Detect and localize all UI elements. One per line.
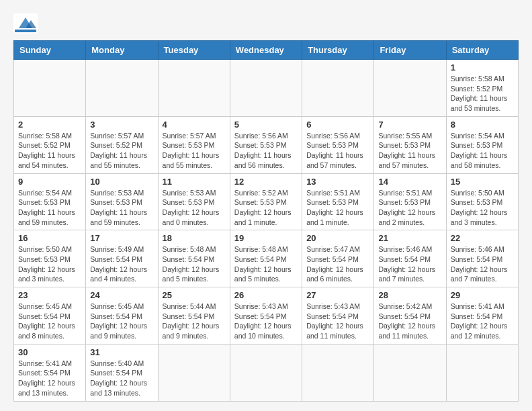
calendar-cell: 4Sunrise: 5:57 AM Sunset: 5:53 PM Daylig… (158, 116, 230, 173)
day-info: Sunrise: 5:53 AM Sunset: 5:53 PM Dayligh… (90, 188, 153, 228)
day-info: Sunrise: 5:54 AM Sunset: 5:53 PM Dayligh… (451, 131, 514, 171)
day-number: 20 (306, 233, 369, 243)
calendar-cell: 8Sunrise: 5:54 AM Sunset: 5:53 PM Daylig… (446, 116, 518, 173)
calendar-cell: 2Sunrise: 5:58 AM Sunset: 5:52 PM Daylig… (14, 116, 86, 173)
day-number: 8 (451, 120, 514, 130)
day-number: 13 (306, 177, 369, 187)
day-number: 15 (451, 177, 514, 187)
day-number: 28 (378, 290, 441, 300)
weekday-header-wednesday: Wednesday (230, 41, 302, 60)
calendar-cell: 5Sunrise: 5:56 AM Sunset: 5:53 PM Daylig… (230, 116, 302, 173)
header (13, 13, 519, 34)
day-info: Sunrise: 5:48 AM Sunset: 5:54 PM Dayligh… (234, 244, 298, 284)
calendar-cell: 11Sunrise: 5:53 AM Sunset: 5:53 PM Dayli… (158, 173, 230, 230)
day-info: Sunrise: 5:48 AM Sunset: 5:54 PM Dayligh… (163, 244, 226, 284)
calendar-cell: 16Sunrise: 5:50 AM Sunset: 5:53 PM Dayli… (14, 230, 86, 287)
day-info: Sunrise: 5:56 AM Sunset: 5:53 PM Dayligh… (234, 131, 298, 171)
calendar-cell (158, 60, 230, 117)
calendar-cell: 10Sunrise: 5:53 AM Sunset: 5:53 PM Dayli… (86, 173, 158, 230)
day-info: Sunrise: 5:47 AM Sunset: 5:54 PM Dayligh… (306, 244, 369, 284)
day-info: Sunrise: 5:58 AM Sunset: 5:52 PM Dayligh… (18, 131, 81, 171)
calendar-cell (230, 344, 302, 401)
day-number: 6 (306, 120, 369, 130)
calendar-cell: 29Sunrise: 5:41 AM Sunset: 5:54 PM Dayli… (446, 287, 518, 345)
day-number: 25 (163, 290, 226, 300)
day-info: Sunrise: 5:45 AM Sunset: 5:54 PM Dayligh… (90, 302, 153, 341)
calendar-cell: 25Sunrise: 5:44 AM Sunset: 5:54 PM Dayli… (158, 287, 230, 345)
day-number: 17 (90, 233, 153, 243)
day-info: Sunrise: 5:44 AM Sunset: 5:54 PM Dayligh… (163, 302, 226, 341)
day-number: 31 (90, 347, 153, 357)
day-number: 7 (378, 120, 441, 130)
calendar-week-3: 9Sunrise: 5:54 AM Sunset: 5:53 PM Daylig… (14, 173, 519, 230)
day-info: Sunrise: 5:51 AM Sunset: 5:53 PM Dayligh… (306, 188, 369, 228)
calendar-cell (302, 344, 374, 401)
calendar-cell: 23Sunrise: 5:45 AM Sunset: 5:54 PM Dayli… (14, 287, 86, 345)
calendar-cell (14, 60, 86, 117)
calendar-cell (158, 344, 230, 401)
day-info: Sunrise: 5:53 AM Sunset: 5:53 PM Dayligh… (163, 188, 226, 228)
calendar-cell: 22Sunrise: 5:46 AM Sunset: 5:54 PM Dayli… (446, 230, 518, 287)
calendar-cell: 15Sunrise: 5:50 AM Sunset: 5:53 PM Dayli… (446, 173, 518, 230)
calendar-cell: 31Sunrise: 5:40 AM Sunset: 5:54 PM Dayli… (86, 344, 158, 401)
day-number: 16 (18, 233, 81, 243)
day-info: Sunrise: 5:46 AM Sunset: 5:54 PM Dayligh… (378, 244, 441, 284)
calendar-cell: 3Sunrise: 5:57 AM Sunset: 5:52 PM Daylig… (86, 116, 158, 173)
calendar-week-5: 23Sunrise: 5:45 AM Sunset: 5:54 PM Dayli… (14, 287, 519, 345)
day-info: Sunrise: 5:42 AM Sunset: 5:54 PM Dayligh… (378, 302, 441, 341)
weekday-header-saturday: Saturday (446, 41, 518, 60)
day-number: 12 (234, 177, 298, 187)
weekday-header-sunday: Sunday (14, 41, 86, 60)
calendar-cell: 28Sunrise: 5:42 AM Sunset: 5:54 PM Dayli… (374, 287, 446, 345)
day-number: 14 (378, 177, 441, 187)
calendar-week-1: 1Sunrise: 5:58 AM Sunset: 5:52 PM Daylig… (14, 60, 519, 117)
day-info: Sunrise: 5:51 AM Sunset: 5:53 PM Dayligh… (378, 188, 441, 228)
day-number: 10 (90, 177, 153, 187)
calendar-cell: 30Sunrise: 5:41 AM Sunset: 5:54 PM Dayli… (14, 344, 86, 401)
calendar-cell (230, 60, 302, 117)
day-number: 27 (306, 290, 369, 300)
calendar-cell: 24Sunrise: 5:45 AM Sunset: 5:54 PM Dayli… (86, 287, 158, 345)
day-number: 5 (234, 120, 298, 130)
calendar-cell: 14Sunrise: 5:51 AM Sunset: 5:53 PM Dayli… (374, 173, 446, 230)
day-number: 2 (18, 120, 81, 130)
day-number: 19 (234, 233, 298, 243)
weekday-header-monday: Monday (86, 41, 158, 60)
day-number: 23 (18, 290, 81, 300)
logo (13, 13, 42, 34)
day-number: 9 (18, 177, 81, 187)
day-number: 11 (163, 177, 226, 187)
day-number: 1 (451, 62, 514, 73)
svg-rect-3 (15, 30, 36, 32)
day-info: Sunrise: 5:57 AM Sunset: 5:52 PM Dayligh… (90, 131, 153, 171)
calendar-cell: 7Sunrise: 5:55 AM Sunset: 5:53 PM Daylig… (374, 116, 446, 173)
calendar-cell: 9Sunrise: 5:54 AM Sunset: 5:53 PM Daylig… (14, 173, 86, 230)
day-number: 3 (90, 120, 153, 130)
day-info: Sunrise: 5:46 AM Sunset: 5:54 PM Dayligh… (451, 244, 514, 284)
day-info: Sunrise: 5:41 AM Sunset: 5:54 PM Dayligh… (451, 302, 514, 341)
day-number: 21 (378, 233, 441, 243)
calendar-cell: 26Sunrise: 5:43 AM Sunset: 5:54 PM Dayli… (230, 287, 302, 345)
calendar-week-4: 16Sunrise: 5:50 AM Sunset: 5:53 PM Dayli… (14, 230, 519, 287)
day-info: Sunrise: 5:50 AM Sunset: 5:53 PM Dayligh… (451, 188, 514, 228)
calendar-cell (374, 60, 446, 117)
calendar-week-6: 30Sunrise: 5:41 AM Sunset: 5:54 PM Dayli… (14, 344, 519, 401)
calendar-cell: 19Sunrise: 5:48 AM Sunset: 5:54 PM Dayli… (230, 230, 302, 287)
weekday-header-row: SundayMondayTuesdayWednesdayThursdayFrid… (14, 41, 519, 60)
calendar-cell (86, 60, 158, 117)
calendar-cell: 12Sunrise: 5:52 AM Sunset: 5:53 PM Dayli… (230, 173, 302, 230)
day-number: 4 (163, 120, 226, 130)
day-info: Sunrise: 5:55 AM Sunset: 5:53 PM Dayligh… (378, 131, 441, 171)
day-info: Sunrise: 5:52 AM Sunset: 5:53 PM Dayligh… (234, 188, 298, 228)
day-info: Sunrise: 5:43 AM Sunset: 5:54 PM Dayligh… (306, 302, 369, 341)
day-info: Sunrise: 5:58 AM Sunset: 5:52 PM Dayligh… (451, 74, 514, 113)
calendar-cell (374, 344, 446, 401)
day-info: Sunrise: 5:50 AM Sunset: 5:53 PM Dayligh… (18, 244, 81, 284)
weekday-header-friday: Friday (374, 41, 446, 60)
day-info: Sunrise: 5:45 AM Sunset: 5:54 PM Dayligh… (18, 302, 81, 341)
day-info: Sunrise: 5:57 AM Sunset: 5:53 PM Dayligh… (163, 131, 226, 171)
day-number: 22 (451, 233, 514, 243)
day-info: Sunrise: 5:56 AM Sunset: 5:53 PM Dayligh… (306, 131, 369, 171)
calendar-cell (446, 344, 518, 401)
calendar-cell: 20Sunrise: 5:47 AM Sunset: 5:54 PM Dayli… (302, 230, 374, 287)
